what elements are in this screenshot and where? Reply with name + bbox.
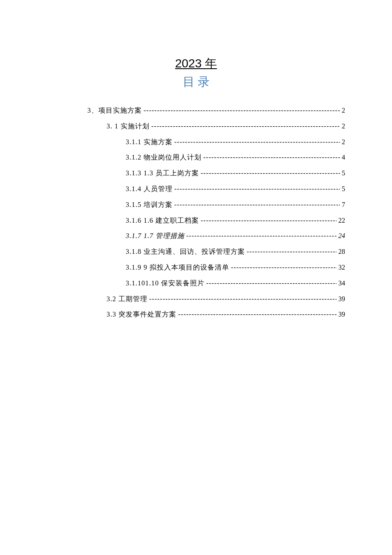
toc-entry-label: 3.1.101.10 保安装备照片 xyxy=(126,276,205,291)
toc-entry: 3.1.8 业主沟通、回访、投诉管理方案 -------------------… xyxy=(126,244,345,260)
toc-entry-page: 2 xyxy=(342,134,345,150)
toc-leader-dashes: ----------------------------------------… xyxy=(174,134,340,150)
toc-entry: 3.1.3 1.3 员工上岗方案 -----------------------… xyxy=(126,166,345,181)
toc-leader-dashes: ----------------------------------------… xyxy=(247,244,337,260)
toc-entry-page: 39 xyxy=(338,307,345,323)
toc-entry-label: 3.3 突发事件处置方案 xyxy=(107,307,176,323)
toc-leader-dashes: ----------------------------------------… xyxy=(151,119,340,134)
toc-entry-page: 7 xyxy=(342,197,345,213)
toc-entry: 3.3 突发事件处置方案 ---------------------------… xyxy=(107,307,345,323)
toc-entry-page: 32 xyxy=(338,260,345,276)
year-title: 2023 年 xyxy=(47,55,345,72)
toc-entry-page: 5 xyxy=(342,181,345,197)
toc-entry-page: 22 xyxy=(338,213,345,229)
table-of-contents: 3、项目实施方案 -------------------------------… xyxy=(47,103,345,323)
toc-entry-label: 3.1.4 人员管理 xyxy=(126,181,173,197)
toc-entry-label: 3.1.2 物业岗位用人计划 xyxy=(126,150,202,166)
toc-leader-dashes: ----------------------------------------… xyxy=(178,307,337,323)
toc-entry: 3.1.5 培训方案 -----------------------------… xyxy=(126,197,345,213)
toc-entry-page: 2 xyxy=(342,119,345,134)
toc-entry-label: 3.2 工期管理 xyxy=(107,291,147,307)
toc-leader-dashes: ----------------------------------------… xyxy=(201,213,337,229)
toc-leader-dashes: ----------------------------------------… xyxy=(174,181,340,197)
toc-entry-label: 3.1.9 9 拟投入本项目的设备清单 xyxy=(126,260,229,276)
toc-leader-dashes: ----------------------------------------… xyxy=(149,291,337,307)
toc-leader-dashes: ----------------------------------------… xyxy=(231,260,337,276)
toc-entry-page: 4 xyxy=(342,150,345,166)
toc-entry-label: 3.1.5 培训方案 xyxy=(126,197,173,213)
toc-entry-page: 5 xyxy=(342,166,345,181)
toc-entry-label: 3.1.1 实施方案 xyxy=(126,134,173,150)
toc-entry-page: 34 xyxy=(338,276,345,291)
toc-entry-page: 2 xyxy=(342,103,345,119)
toc-entry: 3.1.101.10 保安装备照片 ----------------------… xyxy=(126,276,345,291)
toc-entry-page: 24 xyxy=(338,228,345,244)
toc-entry-label: 3、项目实施方案 xyxy=(87,103,142,119)
toc-entry: 3.1.7 1.7 管理措施 -------------------------… xyxy=(126,228,345,244)
toc-entry-label: 3.1.3 1.3 员工上岗方案 xyxy=(126,166,199,181)
toc-entry-label: 3.1.8 业主沟通、回访、投诉管理方案 xyxy=(126,244,245,260)
toc-entry: 3.1.9 9 拟投入本项目的设备清单 --------------------… xyxy=(126,260,345,276)
toc-entry-label: 3.1.7 1.7 管理措施 xyxy=(126,228,184,244)
toc-entry: 3. 1 实施计划 ------------------------------… xyxy=(107,119,345,134)
toc-leader-dashes: ----------------------------------------… xyxy=(174,197,340,213)
toc-entry: 3.2 工期管理 -------------------------------… xyxy=(107,291,345,307)
toc-title: 目 录 xyxy=(47,74,345,90)
toc-entry: 3.1.4 人员管理 -----------------------------… xyxy=(126,181,345,197)
toc-entry: 3.1.6 1.6 建立职工档案 -----------------------… xyxy=(126,213,345,229)
toc-entry-page: 39 xyxy=(338,291,345,307)
toc-entry-label: 3. 1 实施计划 xyxy=(107,119,150,134)
toc-entry: 3、项目实施方案 -------------------------------… xyxy=(87,103,345,119)
toc-entry: 3.1.1 实施方案 -----------------------------… xyxy=(126,134,345,150)
toc-leader-dashes: ----------------------------------------… xyxy=(144,103,340,119)
toc-entry-page: 28 xyxy=(338,244,345,260)
toc-leader-dashes: ----------------------------------------… xyxy=(203,150,340,166)
toc-entry: 3.1.2 物业岗位用人计划 -------------------------… xyxy=(126,150,345,166)
document-header: 2023 年 目 录 xyxy=(47,55,345,90)
toc-leader-dashes: ----------------------------------------… xyxy=(186,228,337,244)
toc-leader-dashes: ----------------------------------------… xyxy=(206,276,337,291)
toc-entry-label: 3.1.6 1.6 建立职工档案 xyxy=(126,213,199,229)
toc-leader-dashes: ----------------------------------------… xyxy=(201,166,340,181)
